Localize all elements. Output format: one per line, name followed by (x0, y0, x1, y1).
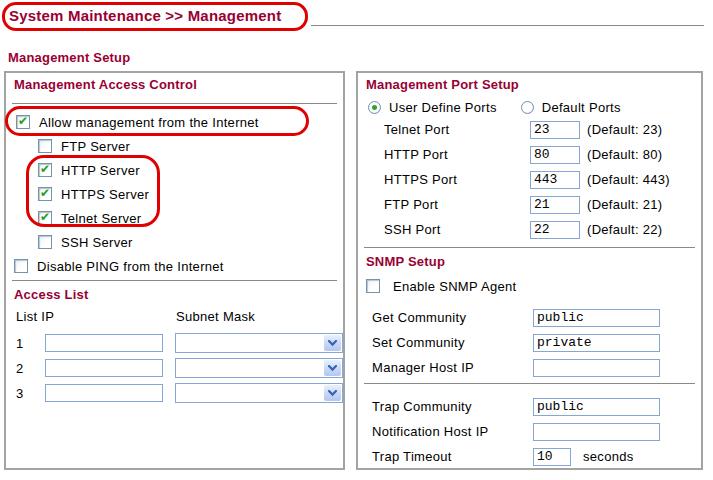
page-title: System Maintenance >> Management (9, 7, 281, 24)
list-ip-input-2[interactable] (45, 359, 163, 377)
ftp-server-checkbox[interactable] (38, 139, 52, 153)
chevron-down-icon[interactable] (324, 335, 341, 351)
get-community-label: Get Community (372, 310, 533, 325)
trap-community-input[interactable] (533, 398, 660, 416)
http-server-row: HTTP Server (6, 158, 343, 182)
trap-timeout-unit: seconds (583, 449, 634, 464)
manager-host-ip-label: Manager Host IP (372, 360, 533, 375)
telnet-server-label: Telnet Server (61, 211, 142, 226)
allow-management-row: Allow management from the Internet (6, 110, 343, 134)
notification-host-ip-input[interactable] (533, 423, 660, 441)
access-list-row: 3 (6, 383, 343, 403)
row-number: 3 (16, 386, 45, 401)
divider (364, 247, 695, 248)
user-define-ports-label: User Define Ports (389, 100, 497, 115)
manager-host-ip-row: Manager Host IP (358, 355, 701, 380)
enable-snmp-label: Enable SNMP Agent (393, 279, 516, 294)
trap-community-label: Trap Community (372, 399, 533, 414)
https-port-input[interactable] (530, 171, 580, 189)
title-divider (311, 25, 704, 26)
https-server-row: HTTPS Server (6, 182, 343, 206)
telnet-port-input[interactable] (530, 121, 580, 139)
ssh-server-label: SSH Server (61, 235, 133, 250)
telnet-port-row: Telnet Port (Default: 23) (358, 117, 701, 142)
divider (12, 280, 337, 281)
access-list-row: 2 (6, 358, 343, 378)
https-port-label: HTTPS Port (384, 172, 530, 187)
ssh-port-input[interactable] (530, 221, 580, 239)
https-server-checkbox[interactable] (38, 187, 52, 201)
trap-timeout-label: Trap Timeout (372, 449, 533, 464)
ftp-port-label: FTP Port (384, 197, 530, 212)
allow-management-checkbox[interactable] (16, 115, 30, 129)
management-access-control-panel: Management Access Control Allow manageme… (4, 71, 345, 470)
subnet-mask-column-header: Subnet Mask (176, 309, 255, 325)
telnet-server-checkbox[interactable] (38, 211, 52, 225)
disable-ping-row: Disable PING from the Internet (6, 254, 343, 278)
http-server-label: HTTP Server (61, 163, 140, 178)
list-ip-column-header: List IP (16, 309, 176, 325)
subnet-mask-select-2[interactable] (175, 358, 343, 378)
get-community-input[interactable] (533, 309, 660, 327)
snmp-setup-heading: SNMP Setup (366, 254, 701, 270)
allow-management-label: Allow management from the Internet (39, 115, 259, 130)
management-port-setup-panel: Management Port Setup User Define Ports … (356, 71, 703, 470)
http-port-default-hint: (Default: 80) (587, 147, 662, 162)
management-page: System Maintenance >> Management Managem… (0, 0, 713, 480)
enable-snmp-checkbox[interactable] (366, 279, 380, 293)
http-port-label: HTTP Port (384, 147, 530, 162)
disable-ping-label: Disable PING from the Internet (37, 259, 224, 274)
https-server-label: HTTPS Server (61, 187, 149, 202)
http-port-input[interactable] (530, 146, 580, 164)
ftp-server-row: FTP Server (6, 134, 343, 158)
chevron-down-icon[interactable] (324, 385, 341, 401)
http-port-row: HTTP Port (Default: 80) (358, 142, 701, 167)
notification-host-ip-row: Notification Host IP (358, 419, 701, 444)
http-server-checkbox[interactable] (38, 163, 52, 177)
ftp-port-input[interactable] (530, 196, 580, 214)
list-ip-input-3[interactable] (45, 384, 163, 402)
ssh-server-checkbox[interactable] (38, 235, 52, 249)
port-mode-radio-group: User Define Ports Default Ports (368, 97, 701, 117)
divider (12, 103, 337, 104)
access-list-row: 1 (6, 333, 343, 353)
https-port-default-hint: (Default: 443) (587, 172, 670, 187)
telnet-port-label: Telnet Port (384, 122, 530, 137)
disable-ping-checkbox[interactable] (14, 259, 28, 273)
subnet-mask-select-1[interactable] (175, 333, 343, 353)
list-ip-input-1[interactable] (45, 334, 163, 352)
ssh-port-row: SSH Port (Default: 22) (358, 217, 701, 242)
telnet-server-row: Telnet Server (6, 206, 343, 230)
default-ports-radio[interactable] (521, 101, 534, 114)
section-heading: Management Setup (8, 50, 130, 65)
notification-host-ip-label: Notification Host IP (372, 424, 533, 439)
user-define-ports-radio[interactable] (368, 101, 381, 114)
set-community-label: Set Community (372, 335, 533, 350)
ftp-port-row: FTP Port (Default: 21) (358, 192, 701, 217)
trap-timeout-row: Trap Timeout seconds (358, 444, 701, 469)
trap-community-row: Trap Community (358, 394, 701, 419)
ftp-server-label: FTP Server (61, 139, 130, 154)
enable-snmp-row: Enable SNMP Agent (366, 276, 701, 296)
divider (364, 383, 695, 384)
access-list-column-headers: List IP Subnet Mask (16, 309, 343, 325)
set-community-row: Set Community (358, 330, 701, 355)
get-community-row: Get Community (358, 305, 701, 330)
chevron-down-icon[interactable] (324, 360, 341, 376)
access-control-heading: Management Access Control (14, 77, 343, 93)
row-number: 2 (16, 361, 45, 376)
subnet-mask-select-3[interactable] (175, 383, 343, 403)
ssh-port-default-hint: (Default: 22) (587, 222, 662, 237)
ssh-server-row: SSH Server (6, 230, 343, 254)
https-port-row: HTTPS Port (Default: 443) (358, 167, 701, 192)
row-number: 1 (16, 336, 45, 351)
manager-host-ip-input[interactable] (533, 359, 660, 377)
default-ports-label: Default Ports (542, 100, 621, 115)
access-list-heading: Access List (14, 287, 343, 303)
ssh-port-label: SSH Port (384, 222, 530, 237)
port-setup-heading: Management Port Setup (366, 77, 701, 93)
telnet-port-default-hint: (Default: 23) (587, 122, 662, 137)
set-community-input[interactable] (533, 334, 660, 352)
ftp-port-default-hint: (Default: 21) (587, 197, 662, 212)
trap-timeout-input[interactable] (533, 448, 571, 466)
